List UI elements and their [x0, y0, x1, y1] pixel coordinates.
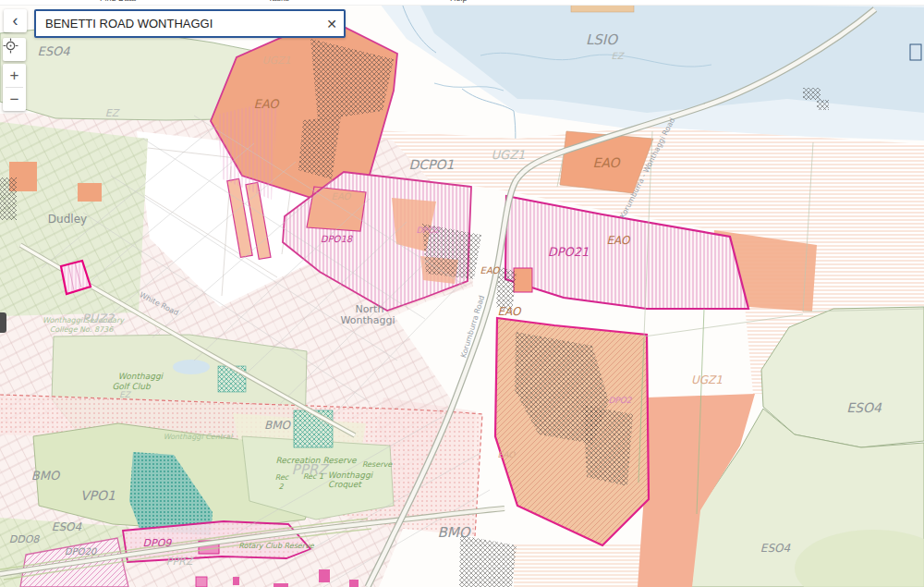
map-label-eso4: ESO4	[38, 44, 71, 58]
plus-icon: +	[10, 67, 19, 85]
map-label-eso4: ESO4	[846, 400, 882, 415]
map-label-dpo20: DPO20	[65, 546, 98, 556]
map-label-eao: EAO	[497, 305, 522, 318]
map-label-rec: Rec	[275, 473, 289, 482]
search-box: ✕	[34, 9, 346, 38]
top-menubar: Find Data Tasks Help	[0, 0, 924, 6]
map-label-bmo: BMO	[264, 419, 292, 432]
zoom-out-button[interactable]: −	[3, 88, 26, 111]
map-label-eao: EAO	[606, 234, 631, 247]
map-label-bmo: BMO	[437, 524, 470, 541]
map-label-eao: EAO	[498, 450, 517, 459]
minus-icon: −	[10, 91, 19, 109]
map-label-eao: EAO	[592, 155, 621, 170]
map-label-eso4: ESO4	[760, 542, 791, 555]
close-icon[interactable]: ✕	[320, 17, 344, 31]
map-label-eao: EAO	[332, 191, 352, 202]
menu-tasks[interactable]: Tasks	[268, 0, 289, 3]
map-label-wonthaggi: Wonthaggi	[118, 372, 164, 381]
map-label-ugz1: UGZ1	[492, 148, 526, 162]
map-label-ugz1: UGZ1	[691, 373, 723, 386]
zoom-in-button[interactable]: +	[3, 64, 26, 87]
map-label-lsio: LSIO	[586, 31, 618, 48]
map-label-puz2: PUZ2	[82, 312, 115, 325]
map-label-dcpo1: DCPO1	[409, 157, 455, 172]
back-chevron-icon: ‹	[13, 11, 18, 31]
panel-handle[interactable]	[0, 312, 6, 333]
map-label-rotary-club-reserve: Rotary Club Reserve	[238, 542, 314, 550]
menu-help[interactable]: Help	[450, 0, 468, 3]
map-label-dpo21: DPO21	[548, 245, 590, 259]
map-label-eso4: ESO4	[52, 520, 82, 533]
map-label-dpo9: DPO9	[143, 537, 173, 549]
misc-detail-layer	[571, 5, 634, 12]
map-label-bmo: BMO	[31, 469, 61, 483]
map-label-wonthaggi: Wonthaggi	[341, 314, 395, 326]
map-app-window: LSIOEZESO4UGZ1EAOEZDCPO1UGZ1EAOKorumburr…	[0, 0, 924, 587]
map-label-ugz1: UGZ1	[261, 55, 290, 67]
map-label-dpo2: DPO2	[608, 396, 632, 405]
map-label-dpo2: DPO2	[416, 226, 440, 235]
search-input[interactable]	[43, 16, 320, 31]
zoom-controls: + −	[3, 64, 26, 111]
map-label-ddo8: DDO8	[9, 533, 41, 545]
map-label-reserve: Reserve	[362, 460, 393, 469]
map-label-vpo1: VPO1	[80, 488, 116, 503]
map-label-eao: EAO	[480, 265, 501, 275]
map-label-wonthaggi-central: Wonthaggi Central	[164, 433, 233, 441]
map-label-golf-club: Golf Club	[112, 382, 151, 391]
map-label-croquet: Croquet	[328, 480, 362, 489]
locate-crosshair-icon	[3, 38, 18, 54]
map-label-dpo18: DPO18	[321, 234, 354, 244]
locate-button[interactable]	[3, 38, 26, 61]
back-button[interactable]: ‹	[4, 9, 27, 32]
map-label-eao: EAO	[253, 97, 280, 111]
map-label-dudley: Dudley	[48, 213, 87, 226]
map-label-ez: EZ	[105, 107, 120, 119]
map-label-wonthaggi: Wonthaggi	[328, 471, 374, 480]
map-label-ez: EZ	[611, 51, 625, 61]
menu-find-data[interactable]: Find Data	[100, 0, 136, 3]
map-label-recreation-reserve: Recreation Reserve	[275, 456, 358, 465]
map-label-pprz: PPRZ	[166, 556, 194, 568]
map-canvas[interactable]: LSIOEZESO4UGZ1EAOEZDCPO1UGZ1EAOKorumburr…	[0, 0, 924, 587]
map-label-college-no-8736: College No. 8736	[50, 325, 114, 334]
map-label-rec-1: Rec 1	[303, 472, 323, 481]
map-label-ez: EZ	[119, 390, 132, 399]
